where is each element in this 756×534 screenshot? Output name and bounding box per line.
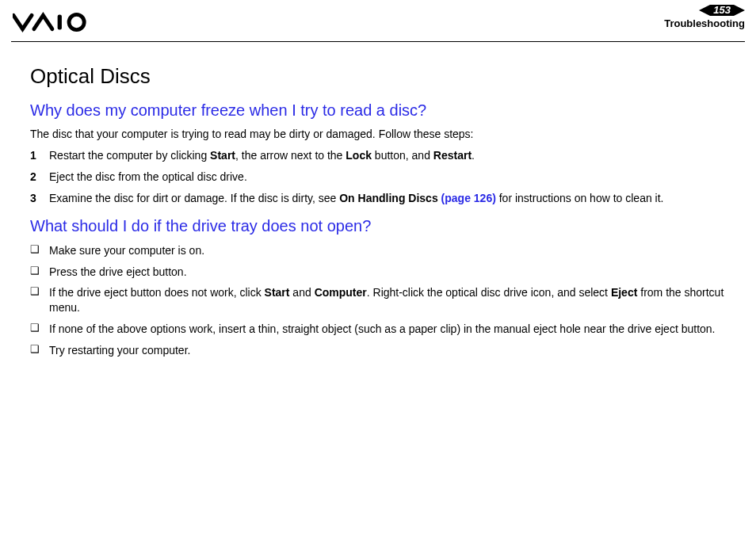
list-item: ❑ Press the drive eject button. — [30, 265, 726, 280]
step-item: 2 Eject the disc from the optical disc d… — [30, 170, 726, 185]
page-content: Optical Discs Why does my computer freez… — [0, 42, 756, 358]
question-1-heading: Why does my computer freeze when I try t… — [30, 101, 726, 120]
svg-point-1 — [69, 14, 84, 29]
bullet-box-icon: ❑ — [30, 265, 49, 280]
prev-page-arrow-icon[interactable] — [699, 5, 710, 16]
step-text: Restart the computer by clicking Start, … — [49, 148, 726, 163]
list-item: ❑ Make sure your computer is on. — [30, 243, 726, 258]
list-text: If none of the above options work, inser… — [49, 322, 726, 337]
question-2-list: ❑ Make sure your computer is on. ❑ Press… — [30, 243, 726, 358]
step-number: 3 — [30, 191, 49, 206]
bullet-box-icon: ❑ — [30, 285, 49, 315]
step-number: 2 — [30, 170, 49, 185]
next-page-arrow-icon[interactable] — [734, 5, 745, 16]
svg-rect-0 — [58, 14, 62, 29]
list-text: Press the drive eject button. — [49, 265, 726, 280]
question-2-heading: What should I do if the drive tray does … — [30, 217, 726, 235]
list-text: Make sure your computer is on. — [49, 243, 726, 258]
step-item: 3 Examine the disc for dirt or damage. I… — [30, 191, 726, 206]
list-item: ❑ If none of the above options work, ins… — [30, 322, 726, 337]
step-text: Eject the disc from the optical disc dri… — [49, 170, 726, 185]
question-1-steps: 1 Restart the computer by clicking Start… — [30, 148, 726, 206]
bullet-box-icon: ❑ — [30, 343, 49, 358]
list-item: ❑ Try restarting your computer. — [30, 343, 726, 358]
bullet-box-icon: ❑ — [30, 243, 49, 258]
page-title: Optical Discs — [30, 64, 726, 89]
page-number: 153 — [710, 5, 734, 16]
list-item: ❑ If the drive eject button does not wor… — [30, 285, 726, 315]
page-link[interactable]: (page 126) — [438, 192, 496, 204]
vaio-logo — [11, 5, 89, 36]
list-text: Try restarting your computer. — [49, 343, 726, 358]
question-1-intro: The disc that your computer is trying to… — [30, 128, 726, 140]
bullet-box-icon: ❑ — [30, 322, 49, 337]
header-right: 153 Troubleshooting — [664, 5, 745, 29]
section-label: Troubleshooting — [664, 17, 745, 29]
step-number: 1 — [30, 148, 49, 163]
list-text: If the drive eject button does not work,… — [49, 285, 726, 315]
page-nav: 153 — [699, 5, 745, 16]
step-text: Examine the disc for dirt or damage. If … — [49, 191, 726, 206]
step-item: 1 Restart the computer by clicking Start… — [30, 148, 726, 163]
page-header: 153 Troubleshooting — [0, 0, 756, 40]
